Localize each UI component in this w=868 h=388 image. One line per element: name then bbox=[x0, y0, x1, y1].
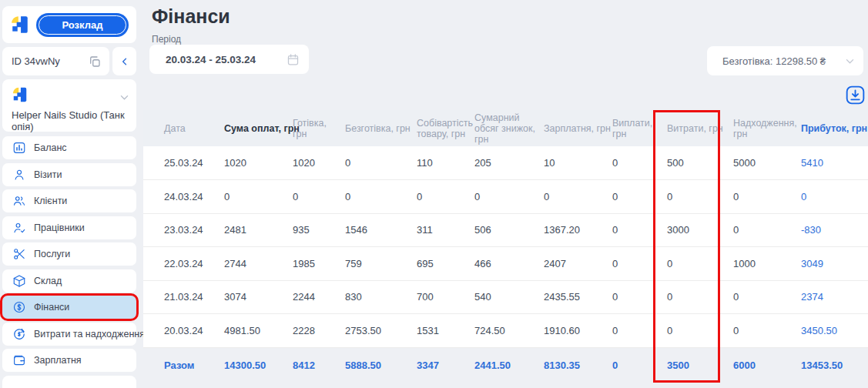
download-icon bbox=[846, 85, 865, 105]
sidebar-item-label: Працівники bbox=[34, 222, 85, 233]
value-cell: 4981.50 bbox=[224, 314, 293, 348]
value-cell: 0 bbox=[612, 180, 667, 214]
value-cell: 1531 bbox=[417, 314, 474, 348]
download-button[interactable] bbox=[846, 85, 865, 105]
totals-value: 14300.50 bbox=[224, 347, 293, 383]
column-header: Надходження, грн bbox=[733, 110, 801, 146]
calendar-icon bbox=[287, 53, 300, 66]
collapse-sidebar-button[interactable] bbox=[112, 47, 136, 75]
value-cell: 1985 bbox=[293, 247, 345, 281]
sidebar-item-partial[interactable] bbox=[2, 376, 136, 388]
sidebar-item-2[interactable]: Візити bbox=[2, 163, 136, 186]
value-cell: 0 bbox=[612, 247, 667, 281]
value-cell: 0 bbox=[733, 180, 801, 214]
value-cell: 0 bbox=[801, 180, 868, 214]
totals-value: 8130.35 bbox=[544, 347, 612, 383]
value-cell: 2244 bbox=[293, 280, 345, 314]
sidebar-item-label: Клієнти bbox=[34, 196, 67, 206]
people-icon bbox=[12, 194, 26, 208]
sidebar-item-1[interactable]: Баланс bbox=[2, 136, 136, 159]
value-cell: 506 bbox=[474, 213, 544, 247]
value-cell: 1546 bbox=[345, 213, 417, 247]
account-id-card: ID 34vwNy bbox=[2, 47, 109, 75]
value-cell: 0 bbox=[733, 314, 801, 348]
column-header: Сумарний обсяг знижок, грн bbox=[474, 110, 544, 146]
value-cell: 3450.50 bbox=[801, 314, 868, 348]
sidebar-menu: БалансВізитиКлієнтиПрацівникиПослугиСкла… bbox=[2, 136, 136, 372]
studio-selector[interactable]: Helper Nails Studio (Танк опія) bbox=[2, 79, 136, 132]
finance-dollar-icon bbox=[12, 300, 26, 314]
column-header: Безготівка, грн bbox=[345, 110, 417, 146]
sidebar-item-5[interactable]: Послуги bbox=[2, 242, 136, 266]
sidebar-item-label: Послуги bbox=[34, 249, 70, 259]
period-label: Період bbox=[152, 34, 181, 45]
value-cell: 1910.60 bbox=[544, 314, 612, 348]
value-cell: 0 bbox=[474, 180, 544, 214]
value-cell: 0 bbox=[544, 180, 612, 214]
sidebar-item-8[interactable]: Витрати та надходження bbox=[2, 323, 136, 346]
value-cell: 2407 bbox=[544, 247, 612, 281]
date-cell: 23.03.24 bbox=[143, 213, 224, 247]
table-row: 21.03.24307422448307005402435.550002374 bbox=[143, 280, 868, 314]
value-cell: 0 bbox=[612, 314, 667, 348]
value-cell: 0 bbox=[345, 146, 417, 180]
period-date-range-input[interactable]: 20.03.24 - 25.03.24 bbox=[149, 45, 309, 74]
sidebar-item-9[interactable]: Зарплатня bbox=[2, 349, 136, 372]
value-cell: 3049 bbox=[801, 247, 868, 281]
column-header: Прибуток, грн bbox=[801, 110, 868, 146]
helper-logo-icon bbox=[10, 15, 30, 35]
value-cell: 830 bbox=[345, 280, 417, 314]
totals-value: 13453.50 bbox=[801, 347, 868, 383]
schedule-button-label: Розклад bbox=[39, 15, 126, 35]
date-cell: 25.03.24 bbox=[143, 146, 224, 180]
logo-card: Розклад bbox=[2, 6, 136, 43]
value-cell: 0 bbox=[612, 146, 667, 180]
balance-dropdown[interactable]: Безготівка: 12298.50 ₴ bbox=[707, 46, 863, 75]
date-cell: 24.03.24 bbox=[143, 180, 224, 214]
value-cell: 3000 bbox=[667, 213, 733, 247]
column-header: Зарплатня, грн bbox=[544, 110, 612, 146]
table-row: 22.03.242744198575969546624070010003049 bbox=[143, 247, 868, 281]
date-cell: 20.03.24 bbox=[143, 314, 224, 348]
value-cell: 540 bbox=[474, 280, 544, 314]
sidebar: Розклад ID 34vwNy Helper Nails Studio (Т… bbox=[2, 6, 136, 388]
value-cell: 0 bbox=[293, 180, 345, 214]
value-cell: 0 bbox=[612, 280, 667, 314]
value-cell: 0 bbox=[612, 213, 667, 247]
studio-logo-icon bbox=[12, 86, 28, 103]
value-cell: 311 bbox=[417, 213, 474, 247]
value-cell: 0 bbox=[733, 213, 801, 247]
totals-value: 3500 bbox=[667, 347, 733, 383]
sidebar-item-label: Візити bbox=[34, 169, 62, 180]
totals-value: 3347 bbox=[417, 347, 474, 383]
column-header: Виплати, грн bbox=[612, 110, 667, 146]
value-cell: 0 bbox=[667, 314, 733, 348]
copy-icon[interactable] bbox=[88, 55, 102, 69]
value-cell: -830 bbox=[801, 213, 868, 247]
totals-row: Разом14300.5084125888.5033472441.508130.… bbox=[143, 347, 868, 383]
column-header: Готівка, грн bbox=[293, 110, 345, 146]
value-cell: 0 bbox=[345, 180, 417, 214]
value-cell: 3074 bbox=[224, 280, 293, 314]
value-cell: 724.50 bbox=[474, 314, 544, 348]
sidebar-item-6[interactable]: Склад bbox=[2, 269, 136, 293]
sidebar-item-3[interactable]: Клієнти bbox=[2, 189, 136, 212]
value-cell: 935 bbox=[293, 213, 345, 247]
sidebar-item-7[interactable]: Фінанси bbox=[2, 296, 136, 319]
value-cell: 0 bbox=[417, 180, 474, 214]
package-icon bbox=[12, 274, 26, 288]
value-cell: 466 bbox=[474, 247, 544, 281]
finance-table-wrap: ДатаСума оплат, грнГотівка, грнБезготівк… bbox=[143, 110, 868, 383]
sidebar-item-label: Баланс bbox=[34, 142, 67, 153]
column-header: Витрати, грн bbox=[667, 110, 733, 146]
person-icon bbox=[12, 168, 26, 182]
value-cell: 0 bbox=[667, 247, 733, 281]
sidebar-item-label: Фінанси bbox=[34, 302, 69, 313]
totals-value: 8412 bbox=[293, 347, 345, 383]
sidebar-item-4[interactable]: Працівники bbox=[2, 216, 136, 239]
page-title: Фінанси bbox=[152, 5, 230, 28]
schedule-button[interactable]: Розклад bbox=[36, 13, 129, 37]
value-cell: 2744 bbox=[224, 247, 293, 281]
value-cell: 5410 bbox=[801, 146, 868, 180]
column-header: Собівартість товару, грн bbox=[417, 110, 474, 146]
